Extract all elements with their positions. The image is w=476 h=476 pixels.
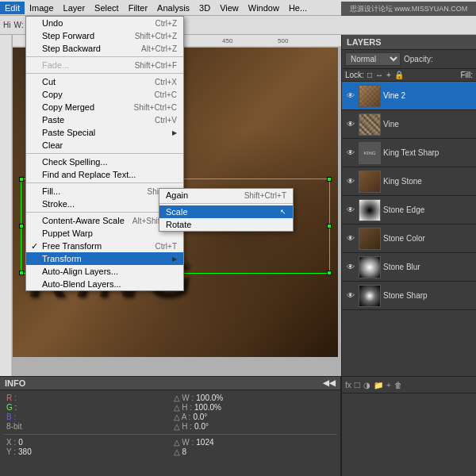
menu-view[interactable]: View — [215, 2, 244, 14]
layer-name-king-text: King Text Sharp — [383, 148, 473, 157]
menu-item-step-backward[interactable]: Step Backward Alt+Ctrl+Z — [26, 42, 183, 55]
menu-item-copy[interactable]: Copy Ctrl+C — [26, 88, 183, 101]
menu-item-cut[interactable]: Cut Ctrl+X — [26, 75, 183, 88]
menu-item-auto-align[interactable]: Auto-Align Layers... — [26, 265, 183, 278]
menu-select[interactable]: Select — [90, 2, 124, 14]
layer-row-vine[interactable]: 👁 Vine — [342, 110, 476, 139]
menu-filter[interactable]: Filter — [124, 2, 152, 14]
info-b-row: B : — [6, 413, 167, 421]
info-x-value: 0 — [18, 438, 23, 447]
menu-help[interactable]: He... — [284, 2, 312, 14]
layer-adj-icon[interactable]: ◑ — [363, 381, 370, 390]
watermark: 思源设计论坛 www.MISSYUAN.COM — [341, 2, 476, 16]
layer-eye-king-text[interactable]: 👁 — [345, 148, 356, 159]
layer-row-vine2[interactable]: 👁 Vine 2 — [342, 82, 476, 110]
info-a-icon: △ A : — [174, 413, 191, 421]
menu-item-find-replace[interactable]: Find and Replace Text... — [26, 168, 183, 181]
transform-handle-br[interactable] — [327, 271, 332, 275]
layer-eye-stone-edge[interactable]: 👁 — [345, 205, 356, 216]
transform-handle-tl[interactable] — [19, 177, 24, 182]
layer-eye-stone-blur[interactable]: 👁 — [345, 262, 356, 273]
info-w2-label: △ W : — [174, 438, 194, 447]
menu-3d[interactable]: 3D — [194, 2, 215, 14]
layer-thumb-vine2 — [359, 85, 381, 107]
blend-mode-select[interactable]: Normal — [345, 52, 401, 66]
info-y-label: Y : — [6, 447, 16, 456]
menu-item-auto-blend[interactable]: Auto-Blend Layers... — [26, 278, 183, 290]
transform-handle-bl[interactable] — [19, 271, 24, 275]
layer-fx-icon[interactable]: fx — [345, 381, 351, 390]
menu-edit[interactable]: Edit — [0, 2, 25, 14]
transform-submenu: Again Shift+Ctrl+T Scale ↖ Rotate — [159, 188, 294, 232]
layer-row-stone-sharp[interactable]: 👁 Stone Sharp — [342, 282, 476, 310]
lock-label: Lock: — [345, 71, 364, 79]
fill-label: Fill: — [460, 71, 473, 79]
menu-item-undo[interactable]: Undo Ctrl+Z — [26, 17, 183, 29]
info-w-icon: △ W : — [174, 393, 194, 402]
layer-name-stone-sharp: Stone Sharp — [383, 291, 473, 300]
info-h2-value: 0.0° — [194, 422, 209, 431]
info-a-row: △ A : 0.0° — [174, 413, 335, 421]
layer-row-king-text[interactable]: 👁 KING King Text Sharp — [342, 139, 476, 167]
transform-handle-mr[interactable] — [327, 224, 332, 228]
submenu-item-rotate[interactable]: Rotate — [159, 218, 293, 231]
info-y-row: Y : 380 — [6, 447, 167, 456]
layer-thumb-stone-color — [359, 228, 381, 250]
layer-row-king-stone[interactable]: 👁 King Stone — [342, 167, 476, 196]
menu-item-free-transform[interactable]: Free Transform Ctrl+T — [26, 240, 183, 252]
submenu-item-scale[interactable]: Scale ↖ — [159, 205, 293, 218]
lock-icon-1[interactable]: □ — [367, 71, 372, 79]
info-x-row: X : 0 — [6, 438, 167, 447]
layer-row-stone-edge[interactable]: 👁 Stone Edge — [342, 196, 476, 225]
menu-item-step-forward[interactable]: Step Forward Shift+Ctrl+Z — [26, 29, 183, 42]
layer-delete-icon[interactable]: 🗑 — [394, 381, 402, 390]
layer-row-stone-blur[interactable]: 👁 Stone Blur — [342, 253, 476, 282]
menu-layer[interactable]: Layer — [59, 2, 90, 14]
transform-handle-ml[interactable] — [19, 224, 24, 228]
menu-item-clear[interactable]: Clear — [26, 139, 183, 152]
layer-eye-stone-color[interactable]: 👁 — [345, 233, 356, 244]
opacity-label: Opacity: — [404, 55, 433, 63]
layer-name-vine: Vine — [383, 120, 473, 129]
layers-bottom-info — [342, 393, 476, 400]
info-panel-title: INFO ◀◀ — [0, 377, 340, 390]
menu-analysis[interactable]: Analysis — [152, 2, 194, 14]
info-panel: INFO ◀◀ R : △ W : 100.0% G : △ H : 100.0… — [0, 376, 341, 476]
menu-item-paste-special[interactable]: Paste Special ▶ — [26, 126, 183, 139]
layer-eye-vine[interactable]: 👁 — [345, 119, 356, 130]
menu-item-paste[interactable]: Paste Ctrl+V — [26, 113, 183, 126]
layer-eye-vine2[interactable]: 👁 — [345, 90, 356, 102]
layer-mask-icon[interactable]: □ — [355, 379, 360, 390]
edit-dropdown-menu: Undo Ctrl+Z Step Forward Shift+Ctrl+Z St… — [25, 16, 184, 291]
menu-image[interactable]: Image — [25, 2, 59, 14]
layer-thumb-stone-blur — [359, 256, 381, 278]
options-hi-label: Hi — [3, 21, 10, 29]
svg-text:500: 500 — [278, 37, 289, 44]
layer-row-stone-color[interactable]: 👁 Stone Color — [342, 225, 476, 253]
info-b-icon: B : — [6, 413, 16, 421]
lock-icon-2[interactable]: ↔ — [375, 71, 383, 79]
menu-item-fade[interactable]: Fade... Shift+Ctrl+F — [26, 59, 183, 71]
info-panel-collapse[interactable]: ◀◀ — [323, 378, 336, 388]
info-h-value: 100.0% — [194, 403, 221, 412]
separator-4 — [26, 182, 183, 183]
menu-window[interactable]: Window — [244, 2, 284, 14]
separator-1 — [26, 56, 183, 57]
info-bitdepth: 8-bit — [6, 422, 167, 431]
layer-group-icon[interactable]: 📁 — [374, 381, 383, 390]
layers-panel-bottom: fx □ ◑ 📁 + 🗑 — [341, 376, 476, 476]
layer-eye-king-stone[interactable]: 👁 — [345, 176, 356, 187]
menu-item-check-spelling[interactable]: Check Spelling... — [26, 155, 183, 168]
lock-icon-3[interactable]: + — [386, 71, 391, 79]
layer-eye-stone-sharp[interactable]: 👁 — [345, 290, 356, 301]
layer-thumb-king-text: KING — [359, 142, 381, 164]
layer-new-icon[interactable]: + — [386, 381, 391, 390]
lock-icon-4[interactable]: 🔒 — [394, 71, 404, 79]
separator-2 — [26, 73, 183, 74]
layer-thumb-stone-edge — [359, 199, 381, 221]
transform-handle-tr[interactable] — [327, 177, 332, 182]
info-g-row: G : — [6, 403, 167, 412]
submenu-item-again[interactable]: Again Shift+Ctrl+T — [159, 189, 293, 202]
menu-item-transform[interactable]: Transform ▶ — [26, 252, 183, 265]
menu-item-copy-merged[interactable]: Copy Merged Shift+Ctrl+C — [26, 101, 183, 113]
